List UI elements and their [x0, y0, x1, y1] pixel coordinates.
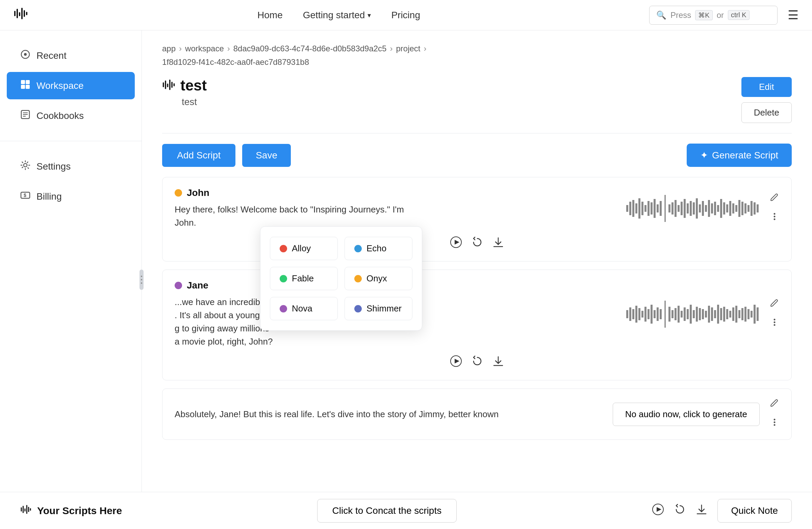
sidebar-item-workspace[interactable]: Workspace [7, 72, 135, 99]
script-text-area-john: John Hey there, folks! Welcome back to "… [175, 187, 614, 229]
svg-rect-35 [644, 205, 647, 212]
concat-button[interactable]: Click to Concat the scripts [317, 499, 457, 523]
svg-rect-92 [675, 308, 677, 320]
svg-rect-99 [696, 307, 698, 321]
quick-note-button[interactable]: Quick Note [717, 499, 792, 523]
bottom-download-button[interactable] [696, 504, 707, 518]
nova-label: Nova [292, 303, 313, 314]
svg-rect-69 [754, 202, 756, 215]
jane-play-button[interactable] [450, 355, 462, 370]
logo[interactable] [14, 6, 28, 24]
john-more-icon[interactable] [770, 212, 779, 224]
billing-icon: $ [20, 190, 30, 203]
svg-rect-131 [24, 509, 25, 512]
sidebar-item-recent[interactable]: Recent [7, 42, 135, 69]
svg-rect-55 [711, 203, 713, 214]
voice-option-shimmer[interactable]: Shimmer [345, 297, 412, 320]
john-edit-icon[interactable] [770, 193, 779, 205]
svg-rect-90 [668, 307, 670, 321]
save-button[interactable]: Save [242, 144, 291, 167]
voice-option-nova[interactable]: Nova [270, 297, 338, 320]
nav-home[interactable]: Home [257, 10, 283, 20]
svg-rect-89 [660, 309, 662, 319]
svg-rect-93 [678, 306, 680, 323]
toolbar-left: Add Script Save [162, 144, 291, 167]
bottom-refresh-button[interactable] [674, 504, 686, 518]
search-bar[interactable]: 🔍 Press ⌘K or ctrl K [649, 6, 778, 25]
sidebar-divider [0, 141, 142, 141]
no-audio-body: Absolutely, Jane! But this is real life.… [175, 399, 779, 429]
sidebar-item-recent-label: Recent [37, 50, 67, 61]
svg-rect-58 [720, 199, 722, 218]
svg-rect-62 [732, 203, 734, 214]
svg-rect-45 [681, 202, 683, 215]
svg-rect-84 [644, 307, 647, 321]
delete-button[interactable]: Delete [741, 102, 792, 123]
bottom-play-button[interactable] [652, 503, 664, 518]
page-actions: Edit Delete [741, 77, 792, 123]
svg-rect-0 [14, 11, 16, 16]
svg-rect-42 [671, 202, 673, 215]
svg-rect-50 [696, 198, 698, 218]
sidebar-item-cookbooks[interactable]: Cookbooks [7, 102, 135, 129]
voice-option-fable[interactable]: Fable [270, 267, 338, 290]
add-script-button[interactable]: Add Script [162, 144, 235, 167]
hamburger-button[interactable]: ☰ [788, 8, 798, 22]
svg-rect-40 [660, 201, 662, 216]
svg-rect-134 [30, 508, 31, 511]
svg-rect-52 [702, 201, 704, 216]
no-audio-more-icon[interactable] [770, 417, 779, 429]
svg-rect-129 [21, 507, 22, 512]
sidebar-item-settings[interactable]: Settings [7, 153, 135, 180]
sidebar-item-cookbooks-label: Cookbooks [37, 111, 84, 121]
jane-edit-icon[interactable] [770, 299, 779, 311]
generate-script-button[interactable]: ✦ Generate Script [687, 144, 792, 167]
svg-rect-79 [629, 308, 631, 321]
voice-option-onyx[interactable]: Onyx [345, 267, 412, 290]
breadcrumb-workspace[interactable]: workspace [185, 44, 224, 53]
jane-more-icon[interactable] [770, 317, 779, 329]
sidebar-item-settings-label: Settings [37, 161, 71, 172]
voice-option-echo[interactable]: Echo [345, 237, 412, 260]
edit-button[interactable]: Edit [741, 77, 792, 97]
svg-rect-105 [714, 310, 716, 318]
svg-rect-66 [744, 203, 746, 214]
svg-rect-34 [641, 202, 643, 215]
onyx-dot [354, 275, 362, 282]
breadcrumb-uuid1[interactable]: 8dac9a09-dc63-4c74-8d6e-d0b583d9a2c5 [233, 44, 387, 53]
john-download-button[interactable] [492, 237, 504, 251]
john-script-text[interactable]: Hey there, folks! Welcome back to "Inspi… [175, 203, 411, 229]
breadcrumb-project[interactable]: project [396, 44, 420, 53]
onyx-label: Onyx [366, 273, 387, 284]
breadcrumb-app[interactable]: app [162, 44, 176, 53]
svg-rect-67 [748, 205, 750, 212]
svg-rect-107 [720, 308, 722, 320]
john-refresh-button[interactable] [472, 237, 483, 251]
jane-download-button[interactable] [492, 355, 504, 370]
nav-pricing[interactable]: Pricing [391, 10, 420, 20]
no-audio-text[interactable]: Absolutely, Jane! But this is real life.… [175, 408, 603, 421]
jane-controls [175, 355, 779, 370]
nav-getting-started[interactable]: Getting started ▾ [303, 10, 371, 20]
svg-rect-108 [723, 307, 725, 321]
script-card-john-body: John Hey there, folks! Welcome back to "… [175, 187, 779, 229]
search-press-label: Press [670, 11, 691, 20]
svg-rect-97 [690, 305, 692, 324]
voice-option-alloy[interactable]: Alloy [270, 237, 338, 260]
sidebar-item-billing[interactable]: $ Billing [7, 183, 135, 210]
jane-refresh-button[interactable] [472, 355, 483, 370]
no-audio-edit-icon[interactable] [770, 399, 779, 411]
svg-rect-41 [668, 204, 670, 213]
main-content: app › workspace › 8dac9a09-dc63-4c74-8d6… [142, 30, 812, 529]
generate-audio-button[interactable]: No audio now, click to generate [613, 403, 760, 426]
breadcrumb-second-line: 1f8d1029-f41c-482c-aa0f-aec7d87931b8 [162, 57, 792, 67]
john-play-button[interactable] [450, 236, 462, 251]
svg-rect-85 [648, 309, 650, 319]
svg-rect-10 [21, 85, 25, 89]
svg-rect-100 [699, 308, 701, 320]
svg-point-16 [24, 163, 27, 167]
svg-rect-4 [24, 10, 25, 17]
toolbar: Add Script Save ✦ Generate Script [162, 144, 792, 167]
svg-rect-64 [738, 200, 740, 217]
shimmer-label: Shimmer [366, 303, 402, 314]
